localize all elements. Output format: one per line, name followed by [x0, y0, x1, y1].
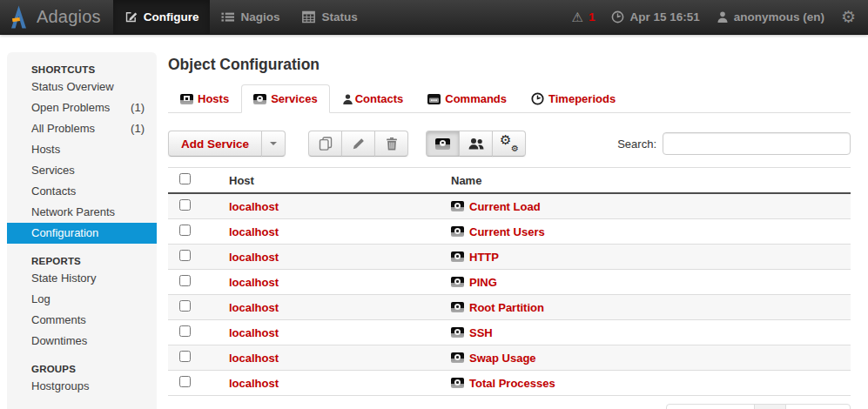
service-icon [451, 201, 464, 211]
sidebar-item-contacts[interactable]: Contacts [7, 181, 157, 202]
sidebar-item-hosts[interactable]: Hosts [7, 139, 157, 160]
host-link[interactable]: localhost [229, 352, 279, 365]
row-checkbox[interactable] [179, 250, 191, 261]
service-link[interactable]: Swap Usage [469, 352, 536, 365]
table-row: localhost Total Processes [168, 371, 851, 396]
settings-view-button[interactable]: ⚙ ⚙ [492, 131, 526, 157]
host-link[interactable]: localhost [229, 326, 279, 339]
nav-item-status[interactable]: Status [291, 0, 368, 34]
table-header-row: Host Name [168, 168, 851, 194]
table-row: localhost PING [168, 270, 851, 295]
sidebar-item-comments[interactable]: Comments [7, 310, 157, 331]
column-header-host[interactable]: Host [222, 168, 444, 194]
row-checkbox[interactable] [179, 275, 191, 286]
add-service-button[interactable]: Add Service [168, 131, 262, 157]
clock-icon [531, 92, 544, 105]
row-checkbox[interactable] [179, 300, 191, 312]
sidebar-item-label: Hostgroups [31, 379, 89, 393]
sidebar-item-hostgroups[interactable]: Hostgroups [7, 376, 157, 397]
sidebar-item-state-history[interactable]: State History [7, 268, 157, 289]
adagios-brand[interactable]: Adagios [0, 0, 113, 34]
row-checkbox[interactable] [179, 325, 191, 337]
host-link[interactable]: localhost [229, 276, 279, 289]
row-checkbox[interactable] [179, 351, 191, 362]
search-input[interactable] [663, 132, 851, 155]
nav-item-label: Configure [144, 10, 199, 23]
tab-services[interactable]: Services [241, 84, 330, 113]
row-checkbox[interactable] [179, 376, 191, 387]
search-area: Search: [617, 132, 851, 155]
service-link[interactable]: PING [469, 276, 497, 289]
sidebar-item-status-overview[interactable]: Status Overview [7, 77, 157, 97]
row-checkbox[interactable] [179, 199, 191, 211]
sidebar-item-label: Configuration [31, 226, 98, 240]
host-link[interactable]: localhost [229, 377, 279, 390]
service-link[interactable]: SSH [469, 326, 493, 339]
add-service-group: Add Service [168, 131, 286, 157]
delete-button[interactable] [374, 131, 408, 157]
settings-gear-icon[interactable]: ⚙ [841, 9, 856, 25]
nav-item-configure[interactable]: Configure [113, 0, 211, 34]
edit-actions-group [308, 131, 408, 157]
host-link[interactable]: localhost [229, 251, 279, 264]
sidebar-item-configuration[interactable]: Configuration [7, 223, 157, 244]
previous-page-button[interactable]: ← Previous [666, 404, 755, 409]
caret-down-icon [270, 142, 277, 145]
service-icon [451, 327, 464, 338]
navbar-right-section: ⚠ 1 Apr 15 16:51 anonymous (en) ⚙ [571, 0, 868, 34]
tab-contacts[interactable]: Contacts [330, 84, 416, 113]
tab-commands[interactable]: Commands [415, 84, 519, 113]
select-all-checkbox[interactable] [179, 173, 191, 184]
sidebar-item-network-parents[interactable]: Network Parents [7, 202, 157, 223]
services-view-button[interactable] [426, 131, 460, 157]
service-icon [451, 226, 464, 237]
service-icon [253, 94, 266, 104]
sidebar-item-all-problems[interactable]: All Problems (1) [7, 118, 157, 139]
top-navbar: Adagios Configure Nagios Status ⚠ 1 [0, 0, 868, 35]
copy-button[interactable] [308, 131, 342, 157]
command-icon [427, 94, 441, 104]
sidebar-item-open-problems[interactable]: Open Problems (1) [7, 97, 157, 118]
problem-count-badge: (1) [131, 122, 145, 136]
host-link[interactable]: localhost [229, 301, 279, 314]
tab-label: Hosts [198, 92, 229, 105]
service-link[interactable]: Root Partition [469, 301, 544, 314]
alerts-indicator[interactable]: ⚠ 1 [571, 10, 595, 25]
tab-label: Commands [445, 92, 507, 105]
host-icon [180, 94, 193, 104]
service-link[interactable]: Current Users [469, 225, 545, 238]
nav-item-nagios[interactable]: Nagios [210, 0, 291, 34]
sidebar-item-services[interactable]: Services [7, 160, 157, 181]
host-link[interactable]: localhost [229, 225, 279, 238]
contacts-view-button[interactable] [459, 131, 493, 157]
copy-icon [319, 137, 333, 151]
adagios-logo-icon [9, 4, 29, 30]
sidebar-item-label: Status Overview [31, 80, 114, 94]
page-title: Object Configuration [168, 56, 851, 74]
tab-label: Contacts [355, 92, 404, 105]
edit-icon [124, 10, 138, 23]
next-page-button[interactable]: Next → [785, 404, 851, 409]
tab-label: Services [271, 92, 318, 105]
add-service-dropdown-button[interactable] [261, 131, 286, 157]
table-row: localhost Current Users [168, 219, 851, 245]
service-icon [451, 352, 464, 363]
service-link[interactable]: HTTP [469, 251, 499, 264]
column-header-name[interactable]: Name [444, 168, 851, 194]
table-row: localhost Root Partition [168, 295, 851, 320]
sidebar-item-log[interactable]: Log [7, 289, 157, 310]
sidebar-item-downtimes[interactable]: Downtimes [7, 331, 157, 352]
tab-timeperiods[interactable]: Timeperiods [519, 84, 628, 113]
tab-hosts[interactable]: Hosts [168, 84, 241, 113]
service-link[interactable]: Total Processes [469, 377, 555, 390]
host-link[interactable]: localhost [229, 200, 279, 213]
page-number-button[interactable]: 1 [754, 404, 786, 409]
alerts-count: 1 [589, 10, 595, 23]
service-link[interactable]: Current Load [469, 200, 541, 213]
edit-button[interactable] [341, 131, 375, 157]
service-icon [451, 277, 464, 287]
row-checkbox[interactable] [179, 225, 191, 236]
username-label: anonymous (en) [734, 10, 824, 23]
pencil-icon [352, 137, 366, 151]
user-menu[interactable]: anonymous (en) [717, 10, 824, 23]
